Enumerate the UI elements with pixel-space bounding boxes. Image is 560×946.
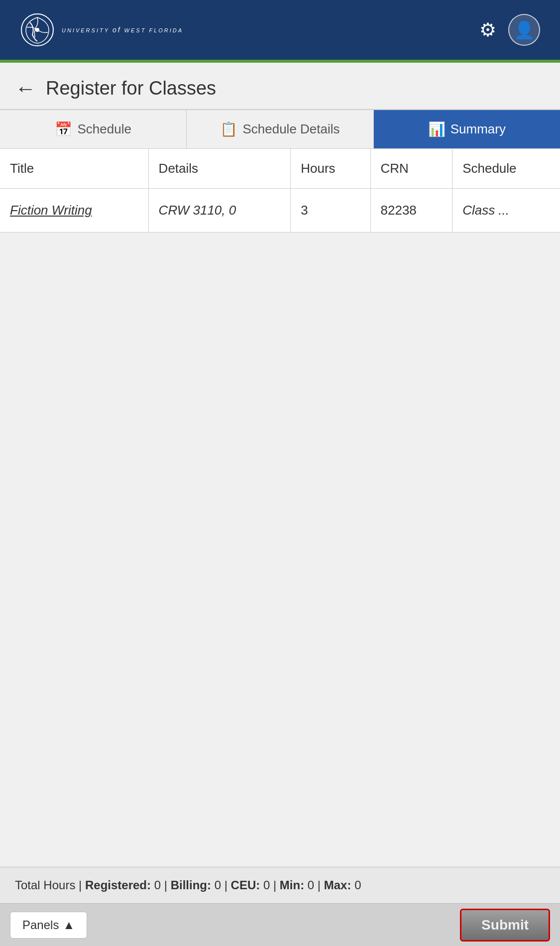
- panels-button[interactable]: Panels ▲: [10, 912, 87, 939]
- schedule-tab-label: Schedule: [77, 121, 131, 137]
- submit-button[interactable]: Submit: [460, 909, 550, 942]
- min-value: 0: [308, 878, 314, 892]
- registered-value: 0: [154, 878, 161, 892]
- ceu-value: 0: [263, 878, 270, 892]
- panels-icon: ▲: [63, 918, 75, 932]
- course-hours-cell: 3: [291, 189, 370, 233]
- separator-5: |: [318, 878, 324, 892]
- course-details-cell: CRW 3110, 0: [148, 189, 291, 233]
- max-label: Max:: [324, 878, 351, 892]
- settings-button[interactable]: ⚙: [479, 20, 496, 39]
- total-hours-label: Total Hours: [15, 878, 75, 892]
- uwf-logo-icon: [20, 12, 55, 47]
- header-actions: ⚙ 👤: [479, 14, 540, 46]
- billing-label: Billing:: [171, 878, 211, 892]
- profile-button[interactable]: 👤: [508, 14, 540, 46]
- col-header-schedule: Schedule: [452, 149, 560, 189]
- bottom-bar: Panels ▲ Submit: [0, 903, 560, 946]
- main-content: Title Details Hours CRN Schedule Fiction…: [0, 149, 560, 896]
- tab-schedule-details[interactable]: 📋 Schedule Details: [187, 110, 373, 148]
- back-button[interactable]: ←: [15, 78, 36, 99]
- courses-table: Title Details Hours CRN Schedule Fiction…: [0, 149, 560, 233]
- max-value: 0: [354, 878, 361, 892]
- schedule-tab-icon: 📅: [55, 121, 72, 137]
- tab-bar: 📅 Schedule 📋 Schedule Details 📊 Summary: [0, 110, 560, 149]
- page-header: ← Register for Classes: [0, 63, 560, 110]
- separator-4: |: [273, 878, 280, 892]
- billing-value: 0: [215, 878, 221, 892]
- schedule-details-tab-icon: 📋: [220, 121, 237, 137]
- col-header-title: Title: [0, 149, 148, 189]
- schedule-details-tab-label: Schedule Details: [242, 121, 339, 137]
- separator-2: |: [164, 878, 171, 892]
- separator-3: |: [224, 878, 231, 892]
- courses-table-container: Title Details Hours CRN Schedule Fiction…: [0, 149, 560, 233]
- tab-schedule[interactable]: 📅 Schedule: [0, 110, 187, 148]
- registered-label: Registered:: [85, 878, 151, 892]
- panels-label: Panels: [22, 918, 59, 932]
- min-label: Min:: [280, 878, 304, 892]
- course-crn-cell: 82238: [370, 189, 452, 233]
- col-header-hours: Hours: [291, 149, 370, 189]
- course-schedule-cell[interactable]: Class ...: [452, 189, 560, 233]
- course-title-link[interactable]: Fiction Writing: [10, 203, 92, 218]
- page-title: Register for Classes: [46, 78, 216, 99]
- tab-summary[interactable]: 📊 Summary: [374, 110, 560, 148]
- course-title-cell[interactable]: Fiction Writing: [0, 189, 148, 233]
- logo-text: UNIVERSITY of WEST FLORIDA: [62, 26, 183, 34]
- table-row: Fiction Writing CRW 3110, 0 3 82238 Clas…: [0, 189, 560, 233]
- summary-tab-label: Summary: [450, 121, 506, 137]
- ceu-label: CEU:: [231, 878, 260, 892]
- logo-container: UNIVERSITY of WEST FLORIDA: [20, 12, 183, 47]
- table-header-row: Title Details Hours CRN Schedule: [0, 149, 560, 189]
- status-bar: Total Hours | Registered: 0 | Billing: 0…: [0, 867, 560, 903]
- col-header-details: Details: [148, 149, 291, 189]
- app-header: UNIVERSITY of WEST FLORIDA ⚙ 👤: [0, 0, 560, 60]
- separator-1: |: [79, 878, 85, 892]
- summary-tab-icon: 📊: [428, 121, 446, 137]
- col-header-crn: CRN: [370, 149, 452, 189]
